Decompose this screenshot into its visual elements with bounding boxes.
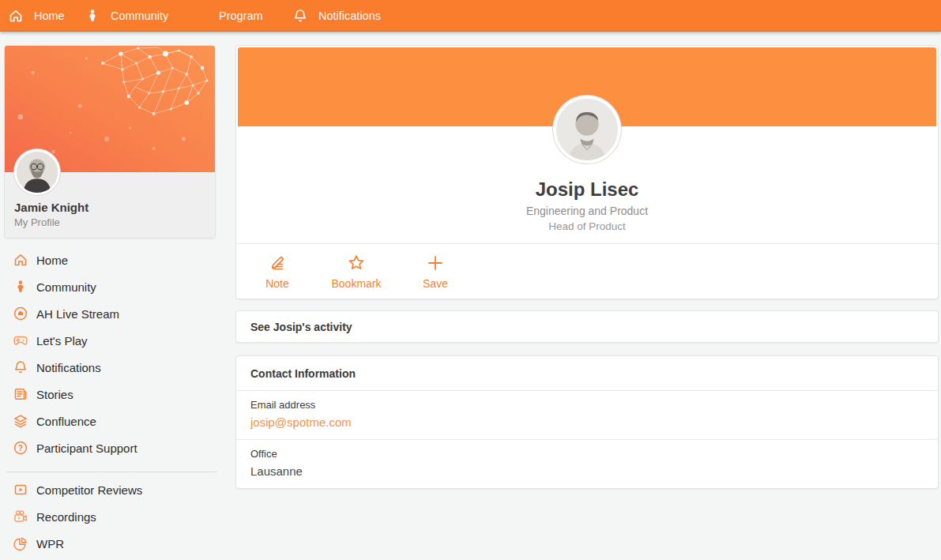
nav-label: Program (219, 9, 263, 22)
sidebar-item-label: Participant Support (36, 442, 137, 455)
sidebar-item-label: Community (36, 280, 96, 294)
bookmark-button[interactable]: Bookmark (317, 244, 396, 299)
my-avatar (14, 149, 60, 195)
person-job-title: Head of Product (236, 220, 938, 232)
video-play-icon (13, 482, 28, 498)
contact-title: Contact Information (250, 367, 356, 380)
sidebar-item-confluence[interactable]: Confluence (0, 408, 224, 434)
gamepad-icon (13, 333, 28, 348)
layers-icon (13, 413, 28, 429)
sidebar-item-label: Home (36, 254, 68, 267)
note-icon (268, 254, 287, 272)
sidebar-item-label: Recordings (36, 510, 96, 524)
video-camera-icon (13, 509, 28, 524)
sidebar-item-label: Notifications (36, 361, 101, 374)
question-icon: ? (13, 440, 28, 456)
sidebar-item-community[interactable]: Community (0, 273, 224, 300)
newspaper-icon (13, 386, 28, 402)
contact-information-card: Contact Information Email address josip@… (235, 355, 939, 489)
nav-item-home[interactable]: Home (0, 0, 85, 32)
nav-label: Community (111, 9, 168, 22)
save-button[interactable]: Save (396, 244, 475, 299)
sidebar-item-label: Competitor Reviews (36, 483, 142, 497)
person-avatar (553, 96, 621, 163)
home-icon (13, 252, 28, 268)
person-icon (85, 8, 100, 24)
sidebar-item-recordings[interactable]: Recordings (0, 503, 224, 530)
home-icon (8, 8, 24, 24)
sidebar-menu-secondary: Competitor Reviews Recordings (0, 476, 224, 557)
sidebar-item-label: Stories (36, 388, 73, 401)
nav-item-program[interactable]: Program (219, 0, 292, 32)
sidebar: Jamie Knight My Profile Home (0, 45, 224, 560)
contact-row-office: Office Lausanne (236, 439, 938, 488)
my-profile-subtitle: My Profile (14, 216, 202, 228)
bell-icon (292, 8, 308, 24)
live-stream-icon (13, 306, 28, 321)
office-label: Office (250, 448, 924, 460)
sidebar-item-lets-play[interactable]: Let's Play (0, 327, 224, 354)
sidebar-menu: Home Community AH Live S (0, 246, 224, 461)
contact-header: Contact Information (236, 356, 938, 391)
top-navigation: Home Community Program Notifications (0, 0, 941, 32)
sidebar-item-stories[interactable]: Stories (0, 381, 224, 408)
bell-icon (13, 359, 28, 375)
sidebar-item-label: WPR (36, 537, 64, 551)
profile-actions: Note Bookmark Save (236, 243, 938, 299)
sidebar-divider (6, 472, 217, 472)
nav-label: Home (34, 9, 65, 22)
person-profile-card: Josip Lisec Engineering and Product Head… (235, 45, 939, 299)
office-value: Lausanne (250, 464, 924, 478)
sidebar-item-participant-support[interactable]: ? Participant Support (0, 434, 224, 461)
star-icon (347, 254, 366, 272)
nav-label: Notifications (318, 9, 381, 22)
sidebar-item-label: Confluence (36, 415, 96, 428)
activity-link-card[interactable]: See Josip's activity (235, 310, 939, 343)
sidebar-item-ah-live-stream[interactable]: AH Live Stream (0, 300, 224, 327)
nav-item-community[interactable]: Community (85, 0, 219, 32)
my-profile-name: Jamie Knight (14, 201, 202, 214)
pie-chart-icon (13, 536, 28, 551)
email-value-link[interactable]: josip@spotme.com (250, 415, 924, 429)
main-content: Josip Lisec Engineering and Product Head… (235, 45, 939, 560)
my-profile-card[interactable]: Jamie Knight My Profile (4, 45, 216, 239)
action-label: Bookmark (331, 277, 381, 290)
sidebar-item-wpr[interactable]: WPR (0, 530, 224, 557)
sidebar-item-notifications[interactable]: Notifications (0, 354, 224, 381)
action-label: Save (423, 277, 448, 290)
activity-label: See Josip's activity (250, 321, 352, 333)
nav-item-notifications[interactable]: Notifications (292, 0, 381, 32)
sidebar-item-home[interactable]: Home (0, 246, 224, 273)
email-label: Email address (250, 399, 924, 411)
action-label: Note (265, 277, 289, 290)
svg-text:?: ? (18, 444, 23, 453)
sidebar-item-competitor-reviews[interactable]: Competitor Reviews (0, 476, 224, 503)
person-name: Josip Lisec (236, 179, 938, 201)
person-department: Engineering and Product (236, 205, 938, 217)
note-button[interactable]: Note (238, 244, 317, 299)
contact-row-email: Email address josip@spotme.com (236, 391, 938, 439)
sidebar-item-label: Let's Play (36, 334, 88, 348)
plus-icon (426, 254, 445, 272)
sidebar-item-label: AH Live Stream (36, 307, 119, 321)
person-icon (13, 279, 28, 295)
